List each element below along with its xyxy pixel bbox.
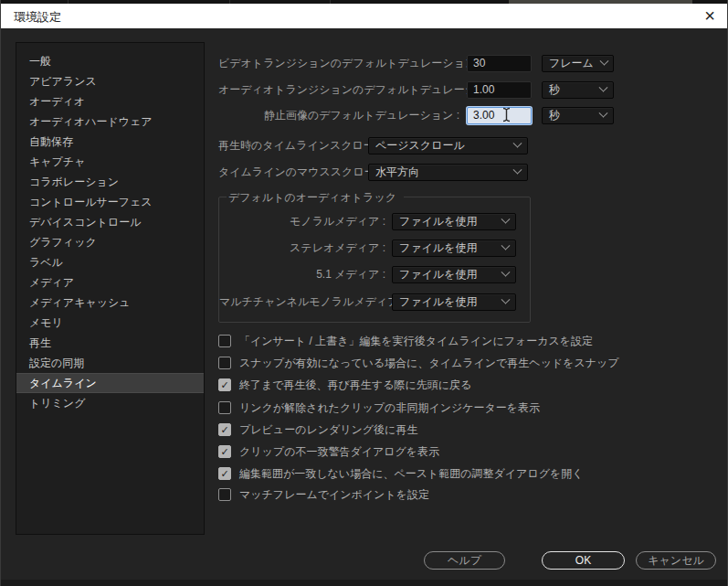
video-transition-duration-label: ビデオトランジションのデフォルトデュレーション : bbox=[218, 56, 459, 71]
multichannel-mono-media-row: マルチチャンネルモノラルメディア : ファイルを使用 bbox=[219, 293, 516, 311]
checkbox-label: リンクが解除されたクリップの非同期インジケーターを表示 bbox=[239, 400, 540, 416]
multichannel-mono-media-select[interactable]: ファイルを使用 bbox=[392, 293, 516, 311]
checkbox-row-mismatch-warning: ✓ クリップの不一致警告ダイアログを表示 bbox=[218, 444, 439, 459]
checkbox-row-return-to-start: ✓ 終了まで再生後、再び再生する際に先頭に戻る bbox=[218, 378, 471, 392]
video-transition-duration-input[interactable] bbox=[467, 55, 532, 72]
checkbox[interactable]: ✓ bbox=[218, 423, 231, 436]
preferences-dialog: 環境設定 × 一般 アピアランス オーディオ オーディオハードウェア 自動保存 … bbox=[0, 0, 728, 586]
sidebar-item-media-cache[interactable]: メディアキャッシュ bbox=[16, 293, 204, 313]
checkbox[interactable]: ✓ bbox=[218, 357, 231, 369]
surround-media-label: 5.1 メディア : bbox=[219, 267, 385, 282]
surround-media-row: 5.1 メディア : ファイルを使用 bbox=[219, 265, 516, 283]
timeline-playback-scroll-select[interactable]: ページスクロール bbox=[368, 137, 528, 154]
stereo-media-select[interactable]: ファイルを使用 bbox=[392, 240, 516, 257]
sidebar-item-trim[interactable]: トリミング bbox=[16, 393, 204, 413]
check-icon: ✓ bbox=[220, 380, 228, 390]
checkbox[interactable]: ✓ bbox=[218, 378, 231, 391]
sidebar-item-general[interactable]: 一般 bbox=[16, 51, 204, 71]
check-icon: ✓ bbox=[220, 425, 228, 435]
checkbox-row-paste-adjust-dialog: ✓ 編集範囲が一致しない場合に、ペースト範囲の調整ダイアログを開く bbox=[218, 466, 584, 481]
mono-media-row: モノラルメディア : ファイルを使用 bbox=[219, 212, 516, 230]
audio-transition-duration-row: オーディオトランジションのデフォルトデュレーション : 秒 bbox=[218, 80, 614, 99]
stereo-media-value: ファイルを使用 bbox=[399, 240, 477, 256]
checkbox-row-focus-after-edit: ✓ 「インサート / 上書き」編集を実行後タイムラインにフォーカスを設定 bbox=[218, 334, 593, 348]
chevron-down-icon bbox=[599, 82, 608, 91]
checkbox-label: プレビューのレンダリング後に再生 bbox=[239, 422, 417, 438]
sidebar-item-device-control[interactable]: デバイスコントロール bbox=[16, 212, 204, 232]
check-icon: ✓ bbox=[220, 447, 228, 457]
checkbox-label: 「インサート / 上書き」編集を実行後タイムラインにフォーカスを設定 bbox=[239, 334, 593, 349]
chevron-down-icon bbox=[599, 56, 608, 65]
sidebar-item-playback[interactable]: 再生 bbox=[16, 333, 204, 353]
window-bottom-edge bbox=[1, 580, 728, 586]
audio-transition-unit-select[interactable]: 秒 bbox=[542, 81, 614, 99]
checkbox[interactable]: ✓ bbox=[218, 488, 231, 501]
stereo-media-label: ステレオメディア : bbox=[219, 240, 385, 256]
dialog-title: 環境設定 bbox=[14, 9, 61, 26]
surround-media-select[interactable]: ファイルを使用 bbox=[392, 266, 516, 283]
timeline-playback-scroll-value: ページスクロール bbox=[375, 138, 465, 154]
stereo-media-row: ステレオメディア : ファイルを使用 bbox=[219, 239, 516, 257]
preferences-sidebar: 一般 アピアランス オーディオ オーディオハードウェア 自動保存 キャプチャ コ… bbox=[16, 42, 205, 535]
mono-media-value: ファイルを使用 bbox=[399, 214, 477, 229]
timeline-mouse-scroll-select[interactable]: 水平方向 bbox=[368, 164, 528, 181]
timeline-playback-scroll-label: 再生時のタイムラインスクロール : bbox=[218, 138, 362, 154]
sidebar-item-sync-settings[interactable]: 設定の同期 bbox=[16, 353, 204, 373]
checkbox-label: スナップが有効になっている場合に、タイムラインで再生ヘッドをスナップ bbox=[239, 356, 619, 371]
multichannel-mono-media-label: マルチチャンネルモノラルメディア : bbox=[219, 294, 385, 310]
still-image-duration-input[interactable] bbox=[467, 107, 532, 124]
still-image-duration-row: 静止画像のデフォルトデュレーション : 秒 bbox=[218, 106, 614, 124]
video-transition-unit-select[interactable]: フレーム bbox=[542, 55, 614, 72]
timeline-mouse-scroll-value: 水平方向 bbox=[375, 165, 419, 180]
help-button[interactable]: ヘルプ bbox=[424, 551, 505, 570]
checkbox-label: クリップの不一致警告ダイアログを表示 bbox=[239, 444, 439, 460]
sidebar-item-capture[interactable]: キャプチャ bbox=[16, 152, 204, 172]
chevron-down-icon bbox=[501, 267, 511, 276]
sidebar-item-appearance[interactable]: アピアランス bbox=[16, 71, 204, 91]
checkbox[interactable]: ✓ bbox=[218, 467, 231, 480]
timeline-mouse-scroll-label: タイムラインのマウススクロール : bbox=[218, 165, 362, 180]
multichannel-mono-media-value: ファイルを使用 bbox=[399, 294, 477, 310]
titlebar: 環境設定 × bbox=[1, 4, 728, 28]
video-transition-duration-row: ビデオトランジションのデフォルトデュレーション : フレーム bbox=[218, 54, 614, 72]
sidebar-item-collaboration[interactable]: コラボレーション bbox=[16, 172, 204, 192]
default-audio-tracks-legend: デフォルトのオーディオトラック bbox=[227, 190, 404, 206]
checkbox[interactable]: ✓ bbox=[218, 335, 231, 347]
checkbox-row-play-after-render: ✓ プレビューのレンダリング後に再生 bbox=[218, 422, 417, 437]
checkbox-label: マッチフレームでインポイントを設定 bbox=[239, 487, 429, 503]
cancel-button[interactable]: キャンセル bbox=[636, 551, 716, 570]
sidebar-item-control-surface[interactable]: コントロールサーフェス bbox=[16, 192, 204, 212]
ibeam-cursor-icon bbox=[501, 107, 512, 123]
ok-button[interactable]: OK bbox=[542, 551, 625, 570]
audio-transition-unit-value: 秒 bbox=[549, 82, 560, 98]
sidebar-item-auto-save[interactable]: 自動保存 bbox=[16, 132, 204, 152]
sidebar-item-labels[interactable]: ラベル bbox=[16, 252, 204, 272]
checkbox[interactable]: ✓ bbox=[218, 401, 231, 414]
sidebar-item-audio[interactable]: オーディオ bbox=[16, 91, 204, 112]
checkbox-row-snap-playhead: ✓ スナップが有効になっている場合に、タイムラインで再生ヘッドをスナップ bbox=[218, 356, 619, 370]
sidebar-item-memory[interactable]: メモリ bbox=[16, 313, 204, 333]
timeline-playback-scroll-row: 再生時のタイムラインスクロール : ページスクロール bbox=[218, 136, 528, 154]
checkbox-label: 終了まで再生後、再び再生する際に先頭に戻る bbox=[239, 378, 471, 393]
sidebar-item-timeline[interactable]: タイムライン bbox=[16, 373, 204, 393]
video-transition-unit-value: フレーム bbox=[549, 56, 594, 71]
still-image-unit-select[interactable]: 秒 bbox=[542, 107, 614, 124]
mono-media-select[interactable]: ファイルを使用 bbox=[392, 213, 516, 230]
chevron-down-icon bbox=[513, 165, 522, 174]
still-image-unit-value: 秒 bbox=[549, 108, 560, 123]
close-icon[interactable]: × bbox=[698, 5, 722, 27]
timeline-mouse-scroll-row: タイムラインのマウススクロール : 水平方向 bbox=[218, 163, 528, 181]
default-audio-tracks-group: デフォルトのオーディオトラック モノラルメディア : ファイルを使用 ステレオメ… bbox=[218, 197, 531, 323]
chevron-down-icon bbox=[599, 108, 608, 117]
checkbox[interactable]: ✓ bbox=[218, 445, 231, 458]
chevron-down-icon bbox=[513, 138, 522, 147]
chevron-down-icon bbox=[501, 240, 511, 250]
audio-transition-duration-input[interactable] bbox=[467, 81, 532, 99]
surround-media-value: ファイルを使用 bbox=[399, 267, 477, 282]
sidebar-item-media[interactable]: メディア bbox=[16, 272, 204, 293]
sidebar-item-graphics[interactable]: グラフィック bbox=[16, 232, 204, 252]
chevron-down-icon bbox=[501, 294, 511, 304]
checkbox-row-match-frame-inpoint: ✓ マッチフレームでインポイントを設定 bbox=[218, 487, 429, 502]
sidebar-item-audio-hardware[interactable]: オーディオハードウェア bbox=[16, 112, 204, 132]
audio-transition-duration-label: オーディオトランジションのデフォルトデュレーション : bbox=[218, 82, 459, 98]
